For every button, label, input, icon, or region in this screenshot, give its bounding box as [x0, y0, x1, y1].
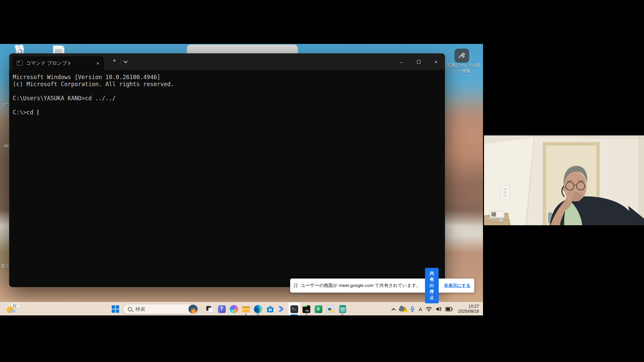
search-box[interactable]: 検索: [123, 304, 199, 314]
webcam-video: [484, 135, 644, 225]
taskbar-icon-excel[interactable]: X: [312, 302, 324, 315]
new-tab-button[interactable]: +: [110, 57, 119, 64]
bag-handle: [269, 306, 272, 308]
taskbar-icon-notepad[interactable]: [336, 302, 348, 315]
taskbar-icon-file-explorer[interactable]: [240, 302, 252, 315]
shared-screen: ダウ Mi 電子 の写真についての詳 しい情報 コマンド プロンプト × +: [0, 44, 483, 315]
picture-info-icon[interactable]: [454, 49, 469, 63]
desktop-label-denshi[interactable]: 電子: [1, 263, 9, 269]
minimize-button[interactable]: –: [392, 54, 410, 70]
windows-logo-icon: [116, 309, 119, 313]
terminal-window: コマンド プロンプト × + – × Microsoft Windows [Ve…: [9, 53, 445, 287]
taskbar-icon-python[interactable]: [324, 302, 336, 315]
tab-separator: [121, 59, 121, 65]
desktop-label-mi[interactable]: Mi: [4, 143, 9, 148]
screen: ダウ Mi 電子 の写真についての詳 しい情報 コマンド プロンプト × +: [0, 0, 644, 362]
terminal-prompt: C:\>cd: [13, 109, 442, 116]
search-placeholder: 検索: [136, 306, 189, 312]
terminal-cursor: [38, 110, 38, 115]
share-banner: ユーザーの画面が meet.google.com で共有されています。 共有の停…: [290, 279, 474, 293]
tab-dropdown-icon[interactable]: [123, 59, 128, 63]
spotlight-label: の写真についての詳: [440, 63, 483, 68]
cloud-icon: [10, 310, 15, 313]
maximize-icon: [417, 60, 421, 64]
excel-letter: X: [315, 306, 322, 311]
clock[interactable]: 10:27 2025/08/16: [458, 304, 479, 314]
pycharm-letters: PC: [306, 309, 309, 312]
terminal-line: C:\Users\YASUKA KANO>cd ../../: [13, 95, 442, 102]
onedrive-icon[interactable]: !: [399, 307, 406, 311]
file-explorer-icon: [242, 305, 250, 313]
start-button[interactable]: [112, 305, 119, 313]
tab-close-icon[interactable]: ×: [95, 60, 101, 66]
taskbar-icon-store[interactable]: [264, 302, 276, 315]
microphone-icon[interactable]: [410, 306, 415, 312]
maximize-button[interactable]: [410, 54, 427, 70]
python-icon: [327, 305, 334, 313]
onedrive-warning-badge: !: [404, 309, 408, 312]
speaker-icon[interactable]: [436, 306, 442, 312]
teams-letter: T: [218, 306, 226, 311]
terminal-line: Microsoft Windows [Version 10.0.26100.49…: [13, 74, 442, 81]
taskbar-icon-copilot[interactable]: [228, 302, 240, 315]
taskbar-icon-power-automate[interactable]: [276, 302, 288, 315]
widgets-icon: [206, 305, 214, 313]
terminal-line: (c) Microsoft Corporation. All rights re…: [13, 81, 442, 88]
terminal-titlebar[interactable]: コマンド プロンプト × + – ×: [9, 54, 445, 70]
window-controls: – ×: [392, 54, 445, 70]
share-indicator-icon: [294, 283, 298, 288]
taskbar-icon-edge[interactable]: [252, 302, 264, 315]
ime-indicator[interactable]: A: [419, 306, 422, 312]
store-icon: [266, 305, 274, 313]
edge-icon: [254, 305, 262, 313]
terminal-output[interactable]: Microsoft Windows [Version 10.0.26100.49…: [9, 70, 445, 287]
terminal-glyph: >_: [292, 307, 296, 310]
terminal-line: [13, 102, 442, 109]
teams-icon: T: [218, 305, 226, 313]
power-automate-icon: [278, 306, 286, 312]
excel-icon: X: [315, 305, 322, 313]
date-label: 2025/08/16: [458, 309, 479, 314]
wifi-icon[interactable]: [426, 306, 432, 312]
time-label: 10:27: [458, 304, 479, 309]
taskbar: 31° 検索 T >_ PC X: [0, 302, 483, 315]
battery-icon[interactable]: [445, 307, 453, 311]
taskbar-icon-terminal[interactable]: >_: [288, 302, 300, 315]
taskbar-icon-widgets[interactable]: [204, 302, 216, 315]
terminal-icon: >_: [290, 305, 298, 313]
share-message: ユーザーの画面が meet.google.com で共有されています。: [301, 283, 421, 289]
taskbar-icon-teams[interactable]: T: [216, 302, 228, 315]
pycharm-icon: PC: [303, 305, 310, 313]
windows-logo-icon: [116, 305, 119, 309]
participant-name: 小川慶一: [487, 216, 509, 223]
spotlight-info[interactable]: の写真についての詳 しい情報: [440, 49, 483, 74]
windows-logo-icon: [112, 305, 115, 309]
webcam-tile: 小川慶一: [484, 135, 644, 225]
taskbar-apps: T >_ PC X: [204, 302, 348, 315]
system-tray: ! A: [392, 302, 479, 315]
cmd-icon: [17, 61, 22, 65]
copilot-icon: [230, 305, 238, 313]
temperature-label: 31°: [11, 304, 19, 308]
terminal-tab[interactable]: コマンド プロンプト ×: [12, 56, 104, 70]
background-window-edge[interactable]: [187, 45, 298, 53]
notepad-icon: [339, 305, 346, 313]
bing-daily-image[interactable]: [189, 305, 198, 313]
tray-overflow-icon[interactable]: [392, 308, 396, 312]
terminal-line: [13, 88, 442, 95]
prompt-text: C:\>cd: [13, 109, 37, 116]
hide-banner-link[interactable]: 非表示にする: [444, 283, 471, 289]
close-button[interactable]: ×: [427, 54, 445, 70]
taskbar-icon-pycharm[interactable]: PC: [300, 302, 312, 315]
stop-sharing-button[interactable]: 共有の停止: [425, 268, 439, 303]
search-icon: [128, 307, 132, 311]
tab-title: コマンド プロンプト: [26, 60, 95, 66]
windows-logo-icon: [112, 309, 115, 313]
desktop-label-downloads[interactable]: ダウ: [1, 102, 10, 108]
spotlight-label: しい情報: [440, 68, 483, 74]
weather-widget[interactable]: 31°: [5, 303, 23, 315]
